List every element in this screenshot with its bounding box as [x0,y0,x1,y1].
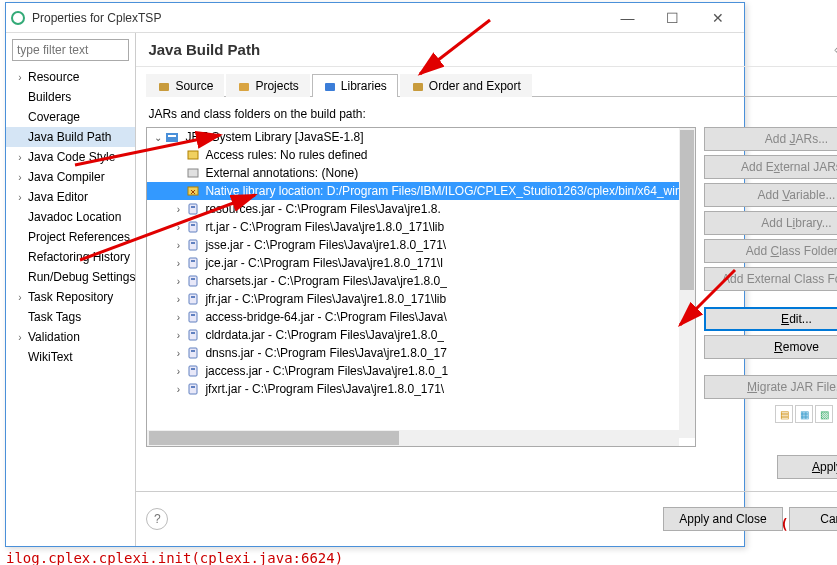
node-label: External annotations: (None) [201,166,358,180]
order-icon [411,79,425,93]
apply-button[interactable]: Apply [777,455,837,479]
tree-node-native[interactable]: Native library location: D:/Program File… [147,182,695,200]
sidebar-item-coverage[interactable]: Coverage [6,107,135,127]
apply-and-close-button[interactable]: Apply and Close [663,507,783,531]
tab-order-and-export[interactable]: Order and Export [400,74,532,97]
add-external-jars-button[interactable]: Add External JARs... [704,155,837,179]
expander-icon[interactable]: › [171,330,185,341]
add-class-folder-button[interactable]: Add Class Folder... [704,239,837,263]
add-variable-button[interactable]: Add Variable... [704,183,837,207]
expander-icon: › [14,292,26,303]
sidebar-item-java-code-style[interactable]: ›Java Code Style [6,147,135,167]
sidebar-item-label: Project References [26,230,130,244]
vertical-scrollbar[interactable] [679,128,695,438]
minimize-button[interactable]: — [605,4,650,32]
tree-node-jar[interactable]: ›jaccess.jar - C:\Program Files\Java\jre… [147,362,695,380]
jar-icon [185,309,201,325]
svg-rect-10 [189,204,197,214]
close-button[interactable]: ✕ [695,4,740,32]
filter-input[interactable] [12,39,129,61]
tree-node-anno[interactable]: External annotations: (None) [147,164,695,182]
horizontal-scrollbar[interactable] [147,430,679,446]
tree-node-jar[interactable]: ›access-bridge-64.jar - C:\Program Files… [147,308,695,326]
sidebar-item-wikitext[interactable]: WikiText [6,347,135,367]
tree-node-jar[interactable]: ›charsets.jar - C:\Program Files\Java\jr… [147,272,695,290]
sidebar-item-javadoc-location[interactable]: Javadoc Location [6,207,135,227]
svg-rect-18 [189,276,197,286]
sidebar-item-run-debug-settings[interactable]: Run/Debug Settings [6,267,135,287]
tab-label: Order and Export [429,79,521,93]
sidebar-item-resource[interactable]: ›Resource [6,67,135,87]
sidebar-item-java-build-path[interactable]: Java Build Path [6,127,135,147]
svg-point-0 [12,12,24,24]
expander-icon[interactable]: › [171,204,185,215]
sidebar-item-java-editor[interactable]: ›Java Editor [6,187,135,207]
library-icon [165,129,181,145]
tab-projects[interactable]: Projects [226,74,309,97]
expander-icon[interactable]: › [171,240,185,251]
expander-icon[interactable]: › [171,294,185,305]
sidebar-tree[interactable]: ›ResourceBuildersCoverageJava Build Path… [6,67,135,546]
node-label: jfxrt.jar - C:\Program Files\Java\jre1.8… [201,382,444,396]
expander-icon[interactable]: › [171,276,185,287]
sidebar-item-java-compiler[interactable]: ›Java Compiler [6,167,135,187]
svg-rect-6 [168,135,176,137]
jar-icon [185,291,201,307]
tree-node-jar[interactable]: ›jfxrt.jar - C:\Program Files\Java\jre1.… [147,380,695,398]
sidebar-item-label: Java Build Path [26,130,111,144]
collapse-icon[interactable]: ⌄ [151,132,165,143]
svg-rect-28 [189,366,197,376]
jre-system-library-node[interactable]: ⌄JRE System Library [JavaSE-1.8] [147,128,695,146]
expander-icon[interactable]: › [171,258,185,269]
library-tree[interactable]: ⌄JRE System Library [JavaSE-1.8]Access r… [146,127,696,447]
sidebar-item-builders[interactable]: Builders [6,87,135,107]
tree-node-jar[interactable]: ›jce.jar - C:\Program Files\Java\jre1.8.… [147,254,695,272]
expander-icon[interactable]: › [171,312,185,323]
help-button[interactable]: ? [146,508,168,530]
expander-icon[interactable]: › [171,384,185,395]
jar-icon [185,237,201,253]
sidebar-item-task-repository[interactable]: ›Task Repository [6,287,135,307]
tree-node-jar[interactable]: ›rt.jar - C:\Program Files\Java\jre1.8.0… [147,218,695,236]
tree-node-jar[interactable]: ›dnsns.jar - C:\Program Files\Java\jre1.… [147,344,695,362]
node-label: Access rules: No rules defined [201,148,367,162]
tree-node-jar[interactable]: ›jfr.jar - C:\Program Files\Java\jre1.8.… [147,290,695,308]
add-library-button[interactable]: Add Library... [704,211,837,235]
libraries-icon [323,79,337,93]
cancel-button[interactable]: Cancel [789,507,837,531]
sidebar-item-validation[interactable]: ›Validation [6,327,135,347]
add-jars-button[interactable]: Add JARs... [704,127,837,151]
sidebar-item-project-references[interactable]: Project References [6,227,135,247]
jar-icon [185,363,201,379]
sidebar-item-refactoring-history[interactable]: Refactoring History [6,247,135,267]
maximize-button[interactable]: ☐ [650,4,695,32]
svg-rect-8 [188,169,198,177]
jar-icon [185,201,201,217]
svg-rect-24 [189,330,197,340]
tree-node-rule[interactable]: Access rules: No rules defined [147,146,695,164]
remove-button[interactable]: Remove [704,335,837,359]
sidebar-item-label: WikiText [26,350,73,364]
svg-rect-5 [166,133,178,142]
add-external-class-folder-button[interactable]: Add External Class Folder... [704,267,837,291]
expander-icon: › [14,332,26,343]
migrate-button[interactable]: Migrate JAR File... [704,375,837,399]
expander-icon[interactable]: › [171,348,185,359]
tab-libraries[interactable]: Libraries [312,74,398,97]
edit-button[interactable]: Edit... [704,307,837,331]
node-label: rt.jar - C:\Program Files\Java\jre1.8.0_… [201,220,444,234]
tree-node-jar[interactable]: ›cldrdata.jar - C:\Program Files\Java\jr… [147,326,695,344]
rule-icon [185,147,201,163]
projects-icon [237,79,251,93]
tree-node-jar[interactable]: ›resources.jar - C:\Program Files\Java\j… [147,200,695,218]
titlebar[interactable]: Properties for CplexTSP — ☐ ✕ [6,3,744,33]
expander-icon[interactable]: › [171,366,185,377]
tree-node-jar[interactable]: ›jsse.jar - C:\Program Files\Java\jre1.8… [147,236,695,254]
tab-source[interactable]: Source [146,74,224,97]
expander-icon[interactable]: › [171,222,185,233]
svg-rect-20 [189,294,197,304]
app-icon [10,10,26,26]
node-label: Native library location: D:/Program File… [201,184,695,198]
jar-icon [185,255,201,271]
sidebar-item-task-tags[interactable]: Task Tags [6,307,135,327]
